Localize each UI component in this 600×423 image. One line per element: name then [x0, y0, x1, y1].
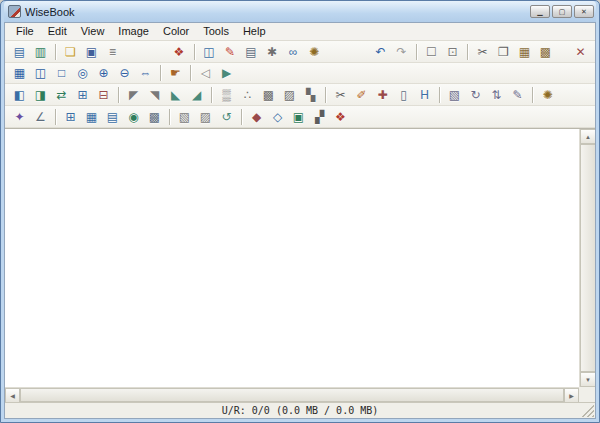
despeckle-icon[interactable]: ▒	[217, 86, 236, 104]
scroll-up-button[interactable]: ▲	[580, 129, 596, 144]
link-pages-icon[interactable]: ∞	[284, 43, 303, 61]
horizontal-scrollbar[interactable]: ◀ ▶	[5, 387, 579, 402]
insert-page-icon[interactable]: ⊞	[73, 86, 92, 104]
menu-item-color[interactable]: Color	[156, 24, 196, 39]
redo-icon[interactable]: ↷	[392, 43, 411, 61]
rotate-view-icon[interactable]: ↺	[217, 108, 236, 126]
menu-item-help[interactable]: Help	[236, 24, 273, 39]
close-button[interactable]: ✕	[574, 5, 594, 18]
menu-item-edit[interactable]: Edit	[41, 24, 74, 39]
align-right-icon[interactable]: ◥	[145, 86, 164, 104]
erase-region-icon[interactable]: ✐	[352, 86, 371, 104]
thumbnail-view-icon[interactable]: ▤	[103, 108, 122, 126]
resize-grip[interactable]	[582, 405, 594, 417]
options-icon[interactable]: ✺	[305, 43, 324, 61]
align-left-icon[interactable]: ◤	[124, 86, 143, 104]
paste-icon[interactable]: ▦	[515, 43, 534, 61]
fit-width-icon[interactable]: ◫	[31, 64, 50, 82]
header-footer-icon[interactable]: H	[415, 86, 434, 104]
menu-bar: FileEditViewImageColorToolsHelp	[5, 23, 595, 41]
original-view-icon[interactable]: ▦	[10, 64, 29, 82]
maximize-button[interactable]: ▢	[552, 5, 572, 18]
document-info-icon[interactable]: ▤	[242, 43, 261, 61]
measure-icon[interactable]: ∠	[31, 108, 50, 126]
sharpen-icon[interactable]: ◆	[247, 108, 266, 126]
deskew-right-icon[interactable]: ◢	[187, 86, 206, 104]
tools-icon[interactable]: ✱	[263, 43, 282, 61]
copy-icon[interactable]: ❐	[494, 43, 513, 61]
zoom-out-icon[interactable]: ⊖	[115, 64, 134, 82]
photo-icon[interactable]: ▣	[289, 108, 308, 126]
palette-icon[interactable]: ❖	[331, 108, 350, 126]
select-all-icon[interactable]: ☐	[422, 43, 441, 61]
pixel-grid-icon[interactable]: ▩	[145, 108, 164, 126]
scroll-left-button[interactable]: ◀	[5, 388, 20, 403]
split-pages-icon[interactable]: ◧	[10, 86, 29, 104]
zoom-tool-icon[interactable]: ◎	[73, 64, 92, 82]
hand-tool-icon[interactable]: ☛	[166, 64, 185, 82]
toolbar-separator	[169, 109, 170, 125]
paste-special-icon[interactable]: ▩	[536, 43, 555, 61]
undo-icon[interactable]: ↶	[371, 43, 390, 61]
marker-icon[interactable]: ✎	[221, 43, 240, 61]
batch-rename-icon[interactable]: ✎	[508, 86, 527, 104]
delete-icon[interactable]: ✕	[571, 43, 590, 61]
menu-item-tools[interactable]: Tools	[196, 24, 236, 39]
preview-icon[interactable]: ◉	[124, 108, 143, 126]
cut-icon[interactable]: ✂	[473, 43, 492, 61]
binarize-icon[interactable]: ▚	[301, 86, 320, 104]
first-page-icon[interactable]: ▧	[175, 108, 194, 126]
clean-background-icon[interactable]: ▨	[280, 86, 299, 104]
title-bar[interactable]: WiseBook ▁▢✕	[4, 1, 596, 22]
vertical-scroll-thumb[interactable]	[580, 144, 596, 372]
menu-item-view[interactable]: View	[74, 24, 112, 39]
next-page-icon[interactable]: ▶	[217, 64, 236, 82]
toolbar-row-2: ▦◫□◎⊕⊖⇔☛◁▶	[5, 63, 595, 84]
scrollbar-corner	[579, 387, 595, 402]
menu-item-file[interactable]: File	[9, 24, 41, 39]
book-pages-icon[interactable]: ▥	[31, 43, 50, 61]
book-view-icon[interactable]: ▯	[394, 86, 413, 104]
table-view-icon[interactable]: ▦	[82, 108, 101, 126]
open-folder-icon[interactable]: ❏	[61, 43, 80, 61]
menu-item-image[interactable]: Image	[111, 24, 156, 39]
print-icon[interactable]: ≡	[103, 43, 122, 61]
remove-border-icon[interactable]: ▩	[259, 86, 278, 104]
horizontal-scroll-thumb[interactable]	[20, 388, 564, 402]
process-all-icon[interactable]: ✺	[538, 86, 557, 104]
swap-pages-icon[interactable]: ⇄	[52, 86, 71, 104]
layers-icon[interactable]: ❖	[170, 43, 189, 61]
deskew-left-icon[interactable]: ◣	[166, 86, 185, 104]
toolbar-separator	[532, 87, 533, 103]
fit-page-icon[interactable]: □	[52, 64, 71, 82]
zoom-in-icon[interactable]: ⊕	[94, 64, 113, 82]
grid-view-icon[interactable]: ⊞	[61, 108, 80, 126]
scroll-down-button[interactable]: ▼	[580, 372, 596, 387]
delete-page-icon[interactable]: ⊟	[94, 86, 113, 104]
prev-page-icon[interactable]: ◁	[196, 64, 215, 82]
select-region-icon[interactable]: ⊡	[443, 43, 462, 61]
columns-view-icon[interactable]: ◫	[200, 43, 219, 61]
batch-convert-icon[interactable]: ⇅	[487, 86, 506, 104]
batch-resize-icon[interactable]: ▧	[445, 86, 464, 104]
document-area[interactable]: ▲ ▼ ◀ ▶	[5, 128, 595, 402]
checker-icon[interactable]: ▞	[310, 108, 329, 126]
last-page-icon[interactable]: ▨	[196, 108, 215, 126]
window-controls: ▁▢✕	[530, 5, 594, 18]
page-layout-icon[interactable]: ▤	[10, 43, 29, 61]
toolbar-separator	[194, 44, 195, 60]
repair-icon[interactable]: ✚	[373, 86, 392, 104]
toolbar-delete-group: ✕	[570, 43, 591, 61]
save-icon[interactable]: ▣	[82, 43, 101, 61]
minimize-button[interactable]: ▁	[530, 5, 550, 18]
crop-icon[interactable]: ✂	[331, 86, 350, 104]
scroll-right-button[interactable]: ▶	[564, 388, 579, 403]
merge-pages-icon[interactable]: ◨	[31, 86, 50, 104]
remove-dots-icon[interactable]: ∴	[238, 86, 257, 104]
batch-rotate-icon[interactable]: ↻	[466, 86, 485, 104]
soften-icon[interactable]: ◇	[268, 108, 287, 126]
vertical-scrollbar[interactable]: ▲ ▼	[579, 129, 595, 387]
magic-wand-icon[interactable]: ✦	[10, 108, 29, 126]
actual-size-icon[interactable]: ⇔	[136, 64, 155, 82]
toolbar-separator	[55, 44, 56, 60]
